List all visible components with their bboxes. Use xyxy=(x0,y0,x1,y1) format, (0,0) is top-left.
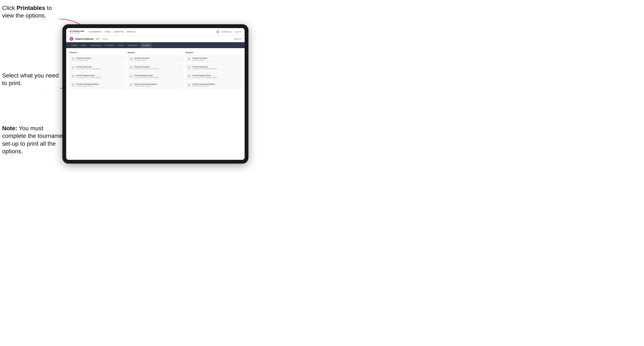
nav-right: blair@clippd.io | Sign out xyxy=(216,30,241,33)
scorecard-icon-r1 xyxy=(72,66,75,69)
annotation-2: Select what you need to print. xyxy=(2,72,61,87)
nav-teams[interactable]: TEAMS xyxy=(105,30,110,33)
round-2-tournament-report[interactable]: Preview Tournament Report Round Completi… xyxy=(128,81,183,89)
round-1-section: Round 1 Preview Tee Sheet Tee S xyxy=(70,51,125,90)
svg-rect-46 xyxy=(188,83,190,86)
round-3-section: Round 3 Preview Tee Sheet Tee S xyxy=(186,51,241,90)
svg-rect-30 xyxy=(130,83,132,86)
round-3-tournament-report[interactable]: Preview Tournament Report Round Completi… xyxy=(186,81,241,89)
svg-rect-2 xyxy=(72,57,74,60)
round-3-title: Round 3 xyxy=(186,51,241,54)
tournament-badge: Men xyxy=(95,38,100,40)
annotation-3: Note: You must complete the tournament s… xyxy=(2,125,68,155)
tab-tee-groups[interactable]: Tee Groups xyxy=(103,42,116,48)
nav-rankings[interactable]: RANKINGS xyxy=(126,30,135,33)
tablet-frame: SCOREBOARD Powered by clippd TOURNAMENTS… xyxy=(62,24,248,164)
annotation-1: Click Printables to view the options. xyxy=(2,4,61,20)
round-2-raguzzi[interactable]: Preview Raguzzi Sheet Course setup + Tee… xyxy=(128,73,183,80)
report-icon-r2 xyxy=(130,83,133,87)
svg-rect-22 xyxy=(130,66,132,69)
tournament-icon-letter: C xyxy=(70,38,72,40)
nav-committee[interactable]: COMMITTEE xyxy=(113,30,124,33)
raguzzi-icon-r3 xyxy=(188,75,191,78)
logo-title: SCOREBOARD xyxy=(70,30,84,32)
tournament-status: Hosting xyxy=(102,38,108,40)
svg-rect-42 xyxy=(188,75,190,77)
tournament-name: Clippd Invitational xyxy=(75,38,94,40)
tab-teams[interactable]: Teams xyxy=(79,42,88,48)
tee-sheet-icon-r3 xyxy=(188,57,191,61)
tab-details[interactable]: Details xyxy=(70,42,79,48)
round-1-title: Round 1 xyxy=(70,51,125,54)
round-3-scorecard[interactable]: Preview Scorecard Course setup + Tee She… xyxy=(186,64,241,71)
tournament-icon: C xyxy=(70,37,73,41)
annotation-bold-3: Note: xyxy=(2,125,17,132)
round-2-title: Round 2 xyxy=(128,51,183,54)
round-2-section: Round 2 Preview Tee Sheet Tee S xyxy=(128,51,183,90)
round-1-tournament-report[interactable]: Preview Tournament Report Round Completi… xyxy=(70,81,125,89)
raguzzi-icon-r2 xyxy=(130,75,133,78)
svg-rect-26 xyxy=(130,75,132,77)
annotation-bold-1: Printables xyxy=(16,5,45,11)
round-1-raguzzi[interactable]: Preview Raguzzi Sheet Course setup + Tee… xyxy=(70,73,125,80)
app-nav: SCOREBOARD Powered by clippd TOURNAMENTS… xyxy=(66,28,244,36)
cancel-button[interactable]: Cancel ✕ xyxy=(234,38,241,40)
round-1-scorecard[interactable]: Preview Scorecard Course setup + Tee She… xyxy=(70,64,125,71)
sub-nav: Details Teams Course Setup Tee Groups Re… xyxy=(66,42,244,48)
round-3-raguzzi[interactable]: Preview Raguzzi Sheet Course setup + Tee… xyxy=(186,73,241,80)
logo-sub: Powered by clippd xyxy=(70,32,84,33)
scorecard-icon-r3 xyxy=(188,66,191,69)
user-email: blair@clippd.io xyxy=(221,31,232,33)
tournament-header: C Clippd Invitational Men Hosting Cancel… xyxy=(66,36,244,42)
round-3-tee-sheet[interactable]: Preview Tee Sheet Tee Sheet required xyxy=(186,55,241,63)
tee-sheet-icon-r2 xyxy=(130,57,133,61)
round-2-tee-sheet[interactable]: Preview Tee Sheet Tee Sheet required xyxy=(128,55,183,63)
scorecard-icon-r2 xyxy=(130,66,133,69)
nav-tournaments[interactable]: TOURNAMENTS xyxy=(88,30,102,33)
nav-separator: | xyxy=(234,31,234,33)
svg-rect-10 xyxy=(72,75,74,77)
rounds-grid: Round 1 Preview Tee Sheet Tee S xyxy=(70,51,241,90)
nav-links: TOURNAMENTS TEAMS COMMITTEE RANKINGS xyxy=(88,30,216,33)
svg-rect-6 xyxy=(72,66,74,69)
sign-out-link[interactable]: Sign out xyxy=(235,31,241,33)
svg-rect-38 xyxy=(188,66,190,69)
tab-printables[interactable]: Printables xyxy=(140,42,152,48)
tournament-title-row: C Clippd Invitational Men Hosting xyxy=(70,37,108,41)
tee-sheet-icon-r1 xyxy=(72,57,75,61)
user-avatar xyxy=(216,30,220,33)
annotation-text-2: Select what you need to print. xyxy=(2,72,59,86)
tablet-screen: SCOREBOARD Powered by clippd TOURNAMENTS… xyxy=(66,28,244,160)
round-1-tee-sheet[interactable]: Preview Tee Sheet Tee Sheet required xyxy=(70,55,125,63)
report-icon-r3 xyxy=(188,83,191,87)
report-icon-r1 xyxy=(72,83,75,87)
main-content: Round 1 Preview Tee Sheet Tee S xyxy=(66,48,244,160)
tab-course-setup[interactable]: Course Setup xyxy=(88,42,103,48)
svg-rect-18 xyxy=(130,57,132,60)
app-logo: SCOREBOARD Powered by clippd xyxy=(70,30,84,33)
svg-rect-14 xyxy=(72,83,74,86)
raguzzi-icon-r1 xyxy=(72,75,75,78)
round-2-scorecard[interactable]: Preview Scorecard Course setup + Tee She… xyxy=(128,64,183,71)
tab-results[interactable]: Results xyxy=(116,42,126,48)
tab-leaderboards[interactable]: Leaderboards xyxy=(126,42,140,48)
svg-rect-34 xyxy=(188,57,190,60)
